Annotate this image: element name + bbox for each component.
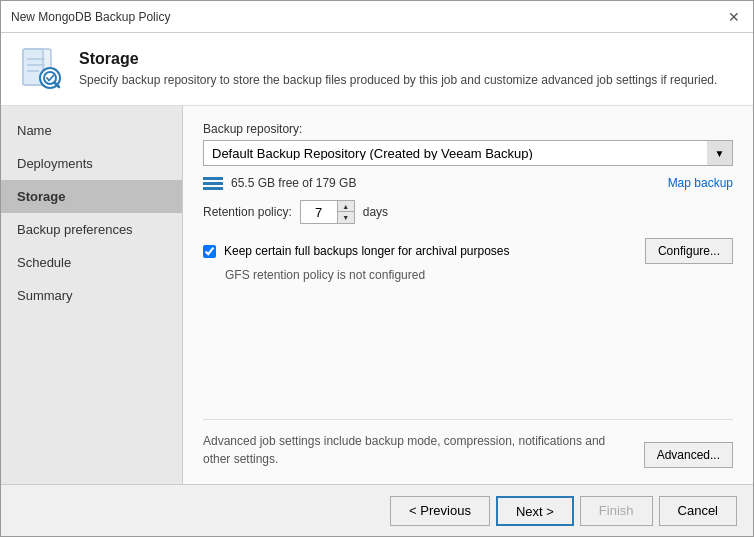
close-button[interactable]: ✕ [725, 8, 743, 26]
header: Storage Specify backup repository to sto… [1, 33, 753, 106]
page-title: Storage [79, 50, 717, 68]
backup-repo-dropdown[interactable]: Default Backup Repository (Created by Ve… [203, 140, 733, 166]
sidebar-item-summary[interactable]: Summary [1, 279, 182, 312]
finish-button[interactable]: Finish [580, 496, 653, 526]
backup-repo-wrapper: Default Backup Repository (Created by Ve… [203, 140, 733, 166]
retention-value-input[interactable] [301, 201, 337, 223]
spinner-up-button[interactable]: ▲ [338, 201, 354, 212]
sidebar-item-backup-preferences[interactable]: Backup preferences [1, 213, 182, 246]
title-bar: New MongoDB Backup Policy ✕ [1, 1, 753, 33]
retention-spinner: ▲ ▼ [300, 200, 355, 224]
advanced-button[interactable]: Advanced... [644, 442, 733, 468]
gfs-status-text: GFS retention policy is not configured [225, 268, 733, 282]
content-area: Name Deployments Storage Backup preferen… [1, 106, 753, 484]
sidebar-item-storage[interactable]: Storage [1, 180, 182, 213]
archival-checkbox-area: Keep certain full backups longer for arc… [203, 244, 645, 258]
map-backup-link[interactable]: Map backup [668, 176, 733, 190]
cancel-button[interactable]: Cancel [659, 496, 737, 526]
retention-label: Retention policy: [203, 205, 292, 219]
storage-free-text: 65.5 GB free of 179 GB [231, 176, 660, 190]
database-icon [203, 177, 223, 190]
storage-icon [17, 45, 65, 93]
spinner-down-button[interactable]: ▼ [338, 212, 354, 223]
advanced-section: Advanced job settings include backup mod… [203, 419, 733, 468]
days-label: days [363, 205, 388, 219]
archival-row: Keep certain full backups longer for arc… [203, 238, 733, 264]
dialog-title: New MongoDB Backup Policy [11, 10, 170, 24]
footer: < Previous Next > Finish Cancel [1, 484, 753, 536]
header-text: Storage Specify backup repository to sto… [79, 50, 717, 89]
previous-button[interactable]: < Previous [390, 496, 490, 526]
retention-row: Retention policy: ▲ ▼ days [203, 200, 733, 224]
archival-checkbox[interactable] [203, 245, 216, 258]
sidebar-item-schedule[interactable]: Schedule [1, 246, 182, 279]
spinner-buttons: ▲ ▼ [337, 201, 354, 223]
sidebar-item-deployments[interactable]: Deployments [1, 147, 182, 180]
sidebar-item-name[interactable]: Name [1, 114, 182, 147]
backup-repo-label: Backup repository: [203, 122, 733, 136]
archival-label[interactable]: Keep certain full backups longer for arc… [224, 244, 510, 258]
next-button[interactable]: Next > [496, 496, 574, 526]
page-description: Specify backup repository to store the b… [79, 72, 717, 89]
sidebar: Name Deployments Storage Backup preferen… [1, 106, 183, 484]
storage-info-row: 65.5 GB free of 179 GB Map backup [203, 176, 733, 190]
configure-button[interactable]: Configure... [645, 238, 733, 264]
dialog: New MongoDB Backup Policy ✕ Storag [0, 0, 754, 537]
advanced-description: Advanced job settings include backup mod… [203, 432, 632, 468]
main-panel: Backup repository: Default Backup Reposi… [183, 106, 753, 484]
